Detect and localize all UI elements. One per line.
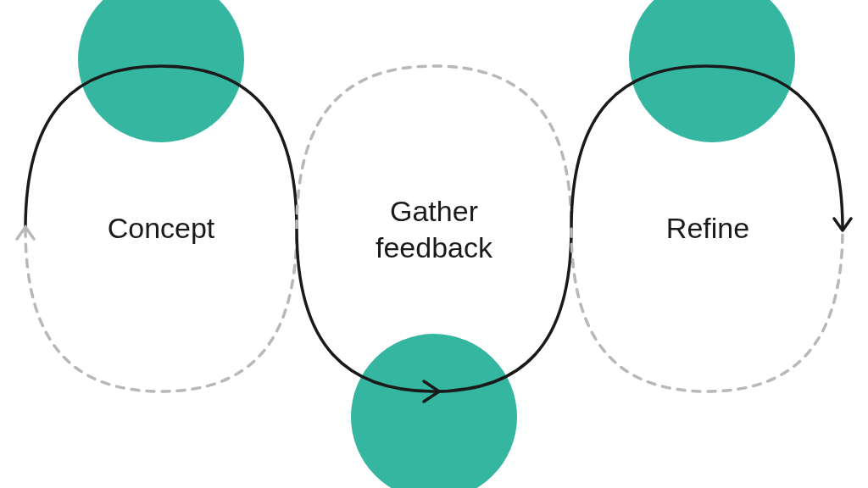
loop-refine-bottom (571, 229, 843, 391)
stage-label-concept: Concept (102, 210, 220, 247)
process-diagram: Concept Gather feedback Refine (0, 0, 868, 488)
loop-concept-bottom (25, 229, 297, 391)
accent-circle-gather (351, 334, 517, 488)
stage-label-refine: Refine (653, 210, 763, 247)
accent-circle-concept (78, 0, 244, 142)
accent-circle-refine (629, 0, 795, 142)
stage-label-gather: Gather feedback (358, 193, 510, 265)
